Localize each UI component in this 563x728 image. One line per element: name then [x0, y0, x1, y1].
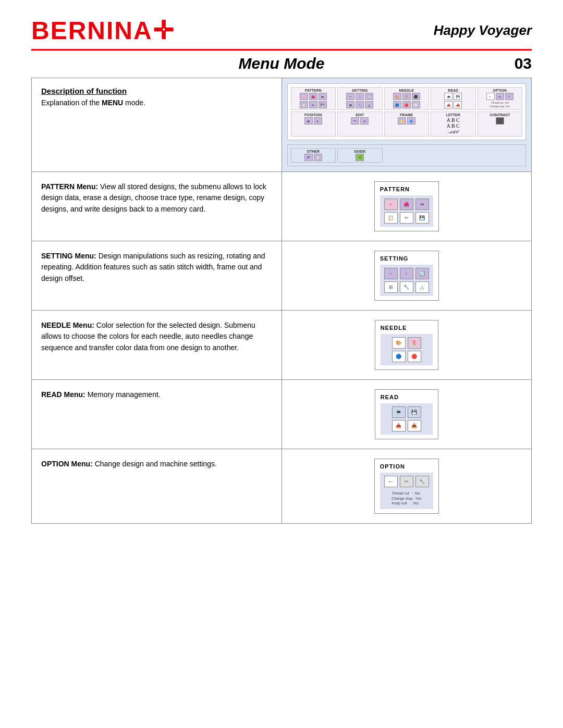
- option-icon-2: ✂: [496, 93, 504, 100]
- option-right: OPTION ← ✂ 🔧 Thread cut : YesChange stop…: [282, 449, 532, 523]
- frame-icon-2: 🔷: [407, 117, 415, 125]
- menu-cell-pattern: PATTERN 🌸 🌺 ➡ 📋 ✏ 💾: [291, 87, 336, 110]
- pat-icon-1: 🌸: [384, 199, 398, 210]
- menu-cell-edit: EDIT 〜 ✂: [337, 112, 383, 137]
- pattern-bold: PATTERN Menu:: [41, 182, 98, 191]
- description-text: Explanation of the MENU mode.: [41, 98, 272, 107]
- needle-right: NEEDLE 🎨 🌷 🔵 🔴: [282, 310, 532, 379]
- pattern-icon-5: ✏: [309, 101, 317, 108]
- description-title: Description of function: [41, 87, 272, 95]
- option-icon-3: 🔧: [505, 93, 513, 100]
- opt-icon-3: 🔧: [415, 476, 429, 487]
- menu-cell-guide: GUIDE 🌿: [337, 148, 383, 163]
- pattern-submenu-label: PATTERN: [380, 186, 433, 192]
- product-name: Happy Voyager: [434, 22, 532, 39]
- pattern-left: PATTERN Menu: View all stored designs, t…: [32, 171, 282, 241]
- table-row: Description of function Explanation of t…: [32, 78, 532, 172]
- setting-right: SETTING ↔ ↕ 🔄 ⊞ 🔧 △: [282, 241, 532, 310]
- read-icon-1: 💻: [392, 406, 406, 418]
- pattern-icon-area: 🌸 🌺 ➡ 📋 ✏ 💾: [380, 195, 433, 227]
- edit-icon-1: 〜: [351, 117, 359, 125]
- needle-submenu-label: NEEDLE: [381, 325, 433, 331]
- menu-cell-empty-2: [431, 148, 476, 163]
- needle-icon-6: ⚪: [412, 101, 420, 108]
- page-number: 03: [506, 55, 532, 72]
- logo-plus: ✛: [153, 17, 175, 44]
- table-row-needle: NEEDLE Menu: Color selection for the sel…: [32, 310, 532, 379]
- read-icon-area: 💻 💾 📤 📥: [381, 403, 433, 435]
- menu-cell-needle: NEEDLE 🎨 🌷 ⬛ 🔵 🔴 ⚪: [384, 87, 430, 110]
- pat-icon-6: 💾: [415, 212, 429, 224]
- option-submenu-box: OPTION ← ✂ 🔧 Thread cut : YesChange stop…: [374, 459, 439, 514]
- option-icon-area: ← ✂ 🔧 Thread cut : YesChange stop : YesK…: [380, 473, 433, 509]
- pat-icon-5: ✏: [400, 212, 413, 224]
- pattern-icon-1: 🌸: [300, 93, 308, 100]
- read-text: READ Menu: Memory management.: [41, 389, 272, 401]
- table-row-read: READ Menu: Memory management. READ 💻 💾 📤…: [32, 379, 532, 449]
- ndl-icon-4: 🔴: [408, 351, 421, 362]
- read-left: READ Menu: Memory management.: [32, 379, 282, 449]
- pattern-text: PATTERN Menu: View all stored designs, t…: [41, 181, 272, 215]
- setting-icon-row-1: ↔ ↕ 🔄: [384, 268, 429, 279]
- read-icon-4: 📥: [454, 101, 462, 108]
- needle-text: NEEDLE Menu: Color selection for the sel…: [41, 320, 272, 354]
- setting-icon-5: 🔧: [356, 101, 364, 108]
- edit-icon-2: ✂: [360, 117, 369, 125]
- needle-icon-5: 🔴: [402, 101, 411, 108]
- description-right: PATTERN 🌸 🌺 ➡ 📋 ✏ 💾: [282, 78, 532, 172]
- read-icon-row-2: 📤 📥: [392, 420, 421, 431]
- setting-icon-row-2: ⊞ 🔧 △: [384, 281, 429, 293]
- opt-icon-2: ✂: [400, 476, 413, 487]
- read-icon-1: 💻: [444, 93, 452, 100]
- pat-icon-2: 🌺: [400, 199, 413, 210]
- pattern-icon-6: 💾: [319, 101, 327, 108]
- header: BERNINA✛ Happy Voyager: [31, 16, 532, 45]
- pattern-icon-row-2: 📋 ✏ 💾: [384, 212, 429, 224]
- set-icon-1: ↔: [384, 268, 398, 279]
- menu-cell-frame: FRAME ⭐ 🔷: [384, 112, 430, 137]
- set-icon-3: 🔄: [415, 268, 429, 279]
- logo: BERNINA✛: [31, 16, 175, 45]
- needle-left: NEEDLE Menu: Color selection for the sel…: [32, 310, 282, 379]
- needle-icon-4: 🔵: [393, 101, 401, 108]
- pattern-icon-3: ➡: [319, 93, 327, 100]
- option-submenu-label: OPTION: [380, 463, 433, 470]
- menu-cell-empty-3: [478, 148, 523, 163]
- menu-top-grid: PATTERN 🌸 🌺 ➡ 📋 ✏ 💾: [291, 87, 523, 110]
- read-submenu-box: READ 💻 💾 📤 📥: [375, 389, 438, 439]
- needle-bold: NEEDLE Menu:: [41, 321, 94, 329]
- read-icon-3: 📤: [392, 420, 406, 431]
- pat-icon-3: ➡: [415, 199, 429, 210]
- pat-icon-4: 📋: [384, 212, 398, 224]
- menu-cell-option: OPTION ← ✂ 🔧 Thread cut: YesChange stop:…: [478, 87, 523, 110]
- setting-bold: SETTING Menu:: [41, 252, 96, 260]
- table-row-option: OPTION Menu: Change design and machine s…: [32, 449, 532, 523]
- option-detail-small: Thread cut: YesChange stop: Yes: [479, 101, 521, 108]
- ndl-icon-2: 🌷: [408, 337, 421, 349]
- needle-icon-row-2: 🔵 🔴: [392, 351, 421, 362]
- setting-icon-4: ⊞: [346, 101, 354, 108]
- set-icon-5: 🔧: [400, 281, 413, 293]
- menu-other-area: OTHER 27 📋 GUIDE 🌿: [287, 144, 527, 166]
- read-submenu-label: READ: [381, 394, 433, 400]
- needle-icon-2: 🌷: [402, 93, 411, 100]
- setting-left: SETTING Menu: Design manipulations such …: [32, 241, 282, 310]
- page-wrapper: BERNINA✛ Happy Voyager Menu Mode 03 Desc…: [0, 0, 563, 728]
- setting-icon-6: △: [365, 101, 373, 108]
- menu-other-grid: OTHER 27 📋 GUIDE 🌿: [291, 148, 523, 163]
- setting-icon-2: ↕: [356, 93, 364, 100]
- logo-text: BERNINA: [31, 17, 153, 44]
- table-row-setting: SETTING Menu: Design manipulations such …: [32, 241, 532, 310]
- contrast-icon: [496, 117, 504, 125]
- setting-submenu-label: SETTING: [380, 255, 433, 262]
- option-text: OPTION Menu: Change design and machine s…: [41, 459, 272, 470]
- pattern-icon-2: 🌺: [309, 93, 317, 100]
- desc-prefix: Explanation of the: [41, 98, 102, 107]
- menu-cell-empty-1: [384, 148, 430, 163]
- option-left: OPTION Menu: Change design and machine s…: [32, 449, 282, 523]
- ndl-icon-3: 🔵: [392, 351, 406, 362]
- title-bar: Menu Mode 03: [31, 54, 532, 78]
- read-icon-2: 💾: [454, 93, 462, 100]
- table-row-pattern: PATTERN Menu: View all stored designs, t…: [32, 171, 532, 241]
- guide-icon: 🌿: [356, 154, 364, 161]
